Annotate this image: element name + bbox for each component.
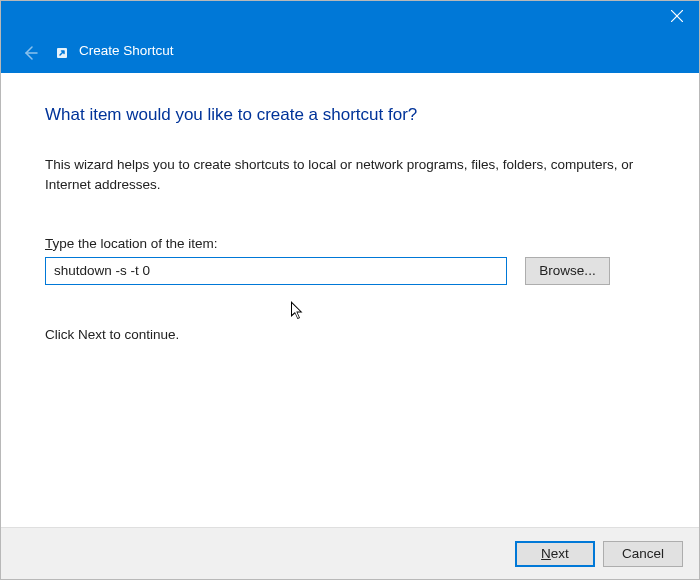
cursor-icon (291, 301, 307, 323)
continue-text: Click Next to continue. (45, 327, 655, 342)
location-label: Type the location of the item: (45, 236, 655, 251)
wizard-content: What item would you like to create a sho… (1, 73, 699, 527)
wizard-footer: Next Cancel (1, 527, 699, 579)
back-button (20, 43, 40, 63)
shortcut-icon (54, 45, 70, 61)
close-button[interactable] (654, 1, 699, 31)
browse-button[interactable]: Browse... (525, 257, 610, 285)
next-button[interactable]: Next (515, 541, 595, 567)
cancel-button[interactable]: Cancel (603, 541, 683, 567)
close-icon (671, 10, 683, 22)
window-title: Create Shortcut (79, 43, 174, 58)
wizard-heading: What item would you like to create a sho… (45, 105, 655, 125)
back-arrow-icon (22, 45, 38, 61)
create-shortcut-window: Create Shortcut What item would you like… (0, 0, 700, 580)
input-row: Browse... (45, 257, 655, 285)
location-input[interactable] (45, 257, 507, 285)
titlebar: Create Shortcut (1, 1, 699, 73)
wizard-description: This wizard helps you to create shortcut… (45, 155, 655, 196)
